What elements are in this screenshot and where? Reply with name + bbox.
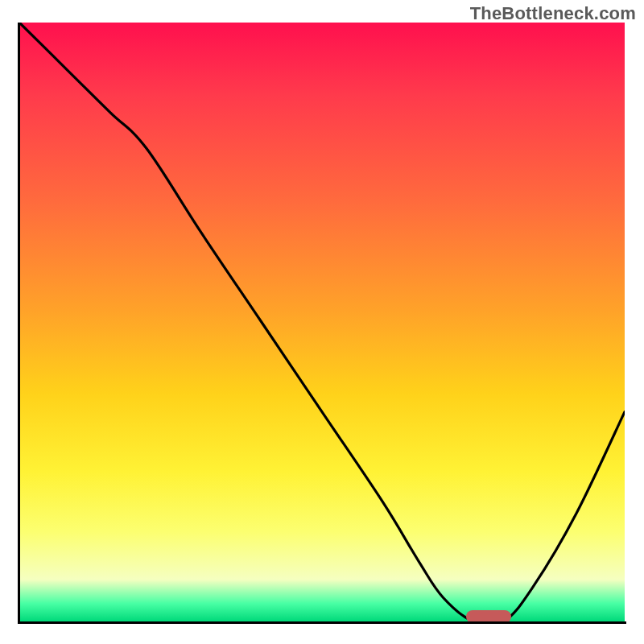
x-axis [18,621,626,624]
plot-area [19,23,625,621]
curve-svg [19,23,625,621]
watermark-text: TheBottleneck.com [470,3,636,24]
y-axis [18,23,20,624]
bottleneck-curve [19,23,625,621]
chart-container: TheBottleneck.com [0,0,644,644]
